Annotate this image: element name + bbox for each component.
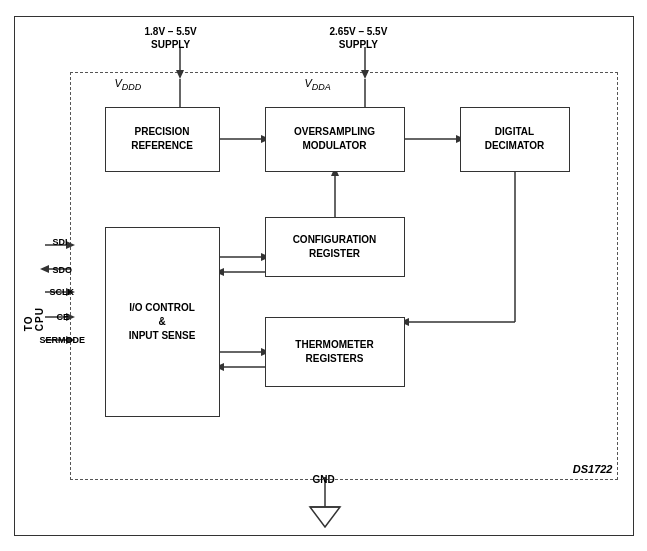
digital-decimator-block: DIGITAL DECIMATOR [460, 107, 570, 172]
configuration-register-block: CONFIGURATION REGISTER [265, 217, 405, 277]
digital-decimator-label: DIGITAL DECIMATOR [485, 125, 545, 153]
ce-label: CE [57, 312, 70, 322]
vdda-label: VDDA [305, 77, 331, 92]
sermode-label: SERMODE [40, 335, 86, 345]
io-control-label: I/O CONTROL & INPUT SENSE [129, 301, 196, 343]
model-label: DS1722 [573, 463, 613, 475]
thermometer-registers-label: THERMOMETER REGISTERS [295, 338, 373, 366]
supply-left-voltage: 1.8V – 5.5V [145, 26, 197, 37]
precision-reference-label: PRECISION REFERENCE [131, 125, 193, 153]
svg-marker-26 [40, 265, 49, 273]
sdo-label: SDO [53, 265, 73, 275]
supply-right-label: 2.65V – 5.5V SUPPLY [330, 25, 388, 51]
precision-reference-block: PRECISION REFERENCE [105, 107, 220, 172]
svg-marker-34 [310, 507, 340, 527]
supply-left-text: SUPPLY [151, 39, 190, 50]
supply-right-voltage: 2.65V – 5.5V [330, 26, 388, 37]
io-control-block: I/O CONTROL & INPUT SENSE [105, 227, 220, 417]
vddd-label: VDDD [115, 77, 142, 92]
configuration-register-label: CONFIGURATION REGISTER [293, 233, 377, 261]
gnd-label: GND [312, 474, 334, 485]
thermometer-registers-block: THERMOMETER REGISTERS [265, 317, 405, 387]
sdi-label: SDI [53, 237, 68, 247]
sclk-label: SCLK [50, 287, 75, 297]
diagram-container: 1.8V – 5.5V SUPPLY 2.65V – 5.5V SUPPLY V… [14, 16, 634, 536]
supply-right-text: SUPPLY [339, 39, 378, 50]
supply-left-label: 1.8V – 5.5V SUPPLY [145, 25, 197, 51]
oversampling-modulator-label: OVERSAMPLING MODULATOR [294, 125, 375, 153]
oversampling-modulator-block: OVERSAMPLING MODULATOR [265, 107, 405, 172]
to-cpu-label: TO CPU [23, 307, 45, 331]
